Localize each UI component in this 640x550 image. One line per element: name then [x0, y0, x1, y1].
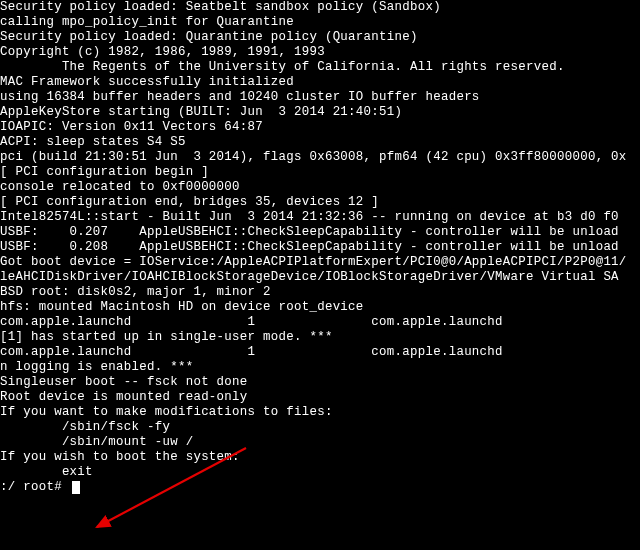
console-line: hfs: mounted Macintosh HD on device root…	[0, 300, 640, 315]
console-line: Root device is mounted read-only	[0, 390, 640, 405]
console-line: AppleKeyStore starting (BUILT: Jun 3 201…	[0, 105, 640, 120]
console-line: exit	[0, 465, 640, 480]
console-line: If you wish to boot the system:	[0, 450, 640, 465]
console-line: com.apple.launchd 1 com.apple.launchd	[0, 345, 640, 360]
cursor	[72, 481, 80, 494]
console-line: MAC Framework successfully initialized	[0, 75, 640, 90]
console-line: n logging is enabled. ***	[0, 360, 640, 375]
console-line: IOAPIC: Version 0x11 Vectors 64:87	[0, 120, 640, 135]
console-line: com.apple.launchd 1 com.apple.launchd	[0, 315, 640, 330]
console-line: Got boot device = IOService:/AppleACPIPl…	[0, 255, 640, 270]
console-line: /sbin/fsck -fy	[0, 420, 640, 435]
console-line: USBF: 0.208 AppleUSBEHCI::CheckSleepCapa…	[0, 240, 640, 255]
console-line: Security policy loaded: Quarantine polic…	[0, 30, 640, 45]
console-line: ACPI: sleep states S4 S5	[0, 135, 640, 150]
console-line: Intel82574L::start - Built Jun 3 2014 21…	[0, 210, 640, 225]
console-line: Singleuser boot -- fsck not done	[0, 375, 640, 390]
console-line: The Regents of the University of Califor…	[0, 60, 640, 75]
console-line: [1] has started up in single-user mode. …	[0, 330, 640, 345]
terminal-output: Security policy loaded: Seatbelt sandbox…	[0, 0, 640, 495]
console-line: USBF: 0.207 AppleUSBEHCI::CheckSleepCapa…	[0, 225, 640, 240]
console-line: calling mpo_policy_init for Quarantine	[0, 15, 640, 30]
console-line: If you want to make modifications to fil…	[0, 405, 640, 420]
console-line: [ PCI configuration end, bridges 35, dev…	[0, 195, 640, 210]
console-line: BSD root: disk0s2, major 1, minor 2	[0, 285, 640, 300]
console-line: Copyright (c) 1982, 1986, 1989, 1991, 19…	[0, 45, 640, 60]
console-line: leAHCIDiskDriver/IOAHCIBlockStorageDevic…	[0, 270, 640, 285]
console-line: console relocated to 0xf0000000	[0, 180, 640, 195]
console-line: Security policy loaded: Seatbelt sandbox…	[0, 0, 640, 15]
shell-prompt[interactable]: :/ root#	[0, 480, 640, 495]
console-line: pci (build 21:30:51 Jun 3 2014), flags 0…	[0, 150, 640, 165]
console-line: /sbin/mount -uw /	[0, 435, 640, 450]
console-line: using 16384 buffer headers and 10240 clu…	[0, 90, 640, 105]
prompt-text: :/ root#	[0, 480, 70, 495]
console-line: [ PCI configuration begin ]	[0, 165, 640, 180]
